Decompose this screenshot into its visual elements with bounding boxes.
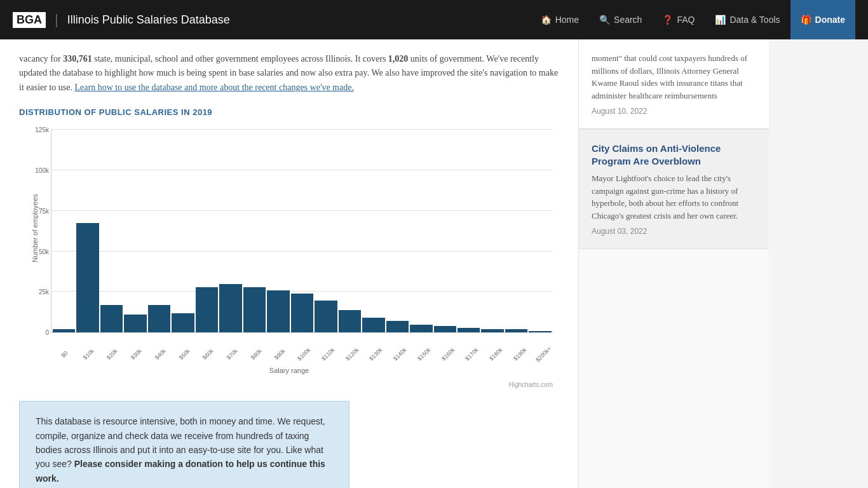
x-label-17: $170k — [461, 344, 482, 365]
data-tools-icon: 📊 — [715, 15, 726, 25]
x-label-14: $140k — [390, 344, 410, 365]
nav-data-tools-label: Data & Tools — [729, 15, 780, 25]
x-label-10: $100k — [294, 344, 314, 365]
bar-18 — [481, 329, 503, 332]
nav-data-tools[interactable]: 📊 Data & Tools — [705, 0, 790, 39]
bar-8 — [243, 287, 266, 332]
bar-4 — [148, 305, 170, 332]
x-label-12: $120k — [342, 344, 362, 365]
x-label-13: $130k — [366, 344, 386, 365]
chart-container: Number of employees 25k 50k 75k 100k 125… — [19, 123, 559, 377]
site-title: Illinois Public Salaries Database — [67, 13, 230, 27]
donation-box: This database is resource intensive, bot… — [19, 401, 349, 488]
bar-6 — [196, 287, 218, 332]
x-label-6: $60k — [198, 344, 219, 365]
sidebar-article-2-date: August 03, 2022 — [592, 227, 756, 236]
x-label-18: $180k — [485, 344, 506, 365]
nav-faq[interactable]: ❓ FAQ — [652, 0, 705, 39]
bars-wrapper — [51, 130, 553, 332]
faq-icon: ❓ — [662, 15, 673, 25]
x-label-20: $200k+ — [534, 344, 554, 365]
y-label-25k: 25k — [39, 288, 49, 295]
chart-area: 25k 50k 75k 100k 125k 0 — [51, 130, 553, 333]
bar-16 — [434, 326, 456, 332]
bar-3 — [124, 315, 146, 332]
x-label-8: $80k — [246, 344, 266, 365]
donate-icon: 🎁 — [801, 15, 811, 25]
x-label-7: $70k — [222, 344, 242, 365]
donation-bold: Please consider making a donation to hel… — [36, 459, 325, 483]
x-label-0: $0 — [54, 344, 74, 365]
x-label-11: $110k — [318, 344, 338, 365]
y-label-0: 0 — [45, 329, 49, 336]
home-icon: 🏠 — [541, 15, 552, 25]
bar-1 — [76, 223, 98, 332]
y-label-125k: 125k — [35, 126, 49, 133]
y-label-100k: 100k — [35, 166, 49, 173]
nav-home[interactable]: 🏠 Home — [531, 0, 589, 39]
bar-5 — [172, 313, 194, 332]
bar-13 — [362, 318, 384, 332]
bar-17 — [458, 328, 480, 333]
bar-19 — [505, 329, 527, 332]
sidebar: moment" that could cost taxpayers hundre… — [578, 39, 769, 488]
x-label-16: $160k — [438, 344, 458, 365]
search-icon: 🔍 — [599, 15, 610, 25]
brand-logo[interactable]: BGA | Illinois Public Salaries Database — [13, 11, 230, 28]
bga-logo: BGA — [13, 12, 46, 28]
sidebar-article-1-date: August 10, 2022 — [592, 107, 756, 116]
x-label-1: $10k — [78, 344, 98, 365]
y-label-75k: 75k — [39, 207, 49, 214]
sidebar-article-1-body: moment" that could cost taxpayers hundre… — [592, 52, 756, 102]
bar-0 — [53, 329, 75, 332]
bar-20 — [529, 331, 551, 333]
x-label-2: $20k — [102, 344, 123, 365]
nav-search[interactable]: 🔍 Search — [589, 0, 652, 39]
main-content: vacancy for 330,761 state, municipal, sc… — [0, 39, 578, 488]
sidebar-article-1: moment" that could cost taxpayers hundre… — [579, 39, 769, 129]
sidebar-article-2: City Claims on Anti-Violence Program Are… — [579, 130, 769, 249]
x-label-9: $90k — [270, 344, 290, 365]
nav-faq-label: FAQ — [677, 15, 695, 25]
nav-search-label: Search — [614, 15, 642, 25]
nav-home-label: Home — [555, 15, 579, 25]
x-label-3: $30k — [126, 344, 146, 365]
bar-2 — [100, 305, 123, 332]
bar-9 — [267, 290, 289, 332]
x-axis-labels: $0$10k$20k$30k$40k$50k$60k$70k$80k$90k$1… — [51, 352, 553, 358]
sidebar-article-2-body: Mayor Lightfoot's choice to lead the cit… — [592, 172, 756, 222]
x-axis-title: Salary range — [19, 367, 559, 374]
page-wrapper: vacancy for 330,761 state, municipal, sc… — [0, 39, 868, 488]
x-label-15: $150k — [414, 344, 434, 365]
x-label-4: $40k — [150, 344, 170, 365]
x-label-19: $190k — [510, 344, 530, 365]
navbar: BGA | Illinois Public Salaries Database … — [0, 0, 868, 39]
intro-link[interactable]: Learn how to use the database and more a… — [74, 83, 353, 92]
chart-title: DISTRIBUTION OF PUBLIC SALARIES IN 2019 — [19, 107, 559, 117]
bar-7 — [219, 284, 241, 332]
highcharts-credit: Highcharts.com — [19, 381, 559, 388]
x-label-5: $50k — [174, 344, 194, 365]
y-axis-label: Number of employees — [19, 123, 51, 333]
bar-11 — [315, 301, 337, 333]
bar-15 — [410, 325, 432, 333]
intro-paragraph: vacancy for 330,761 state, municipal, sc… — [19, 52, 559, 95]
nav-divider: | — [55, 11, 58, 28]
bar-12 — [339, 310, 361, 332]
y-axis-label-text: Number of employees — [31, 194, 39, 262]
main-nav: 🏠 Home 🔍 Search ❓ FAQ 📊 Data & Tools 🎁 D… — [531, 0, 855, 39]
bar-14 — [386, 321, 409, 332]
nav-donate-label: Donate — [815, 15, 845, 25]
sidebar-article-2-title[interactable]: City Claims on Anti-Violence Program Are… — [592, 142, 756, 167]
y-label-50k: 50k — [39, 248, 49, 255]
bar-10 — [291, 294, 313, 332]
nav-donate[interactable]: 🎁 Donate — [790, 0, 855, 39]
